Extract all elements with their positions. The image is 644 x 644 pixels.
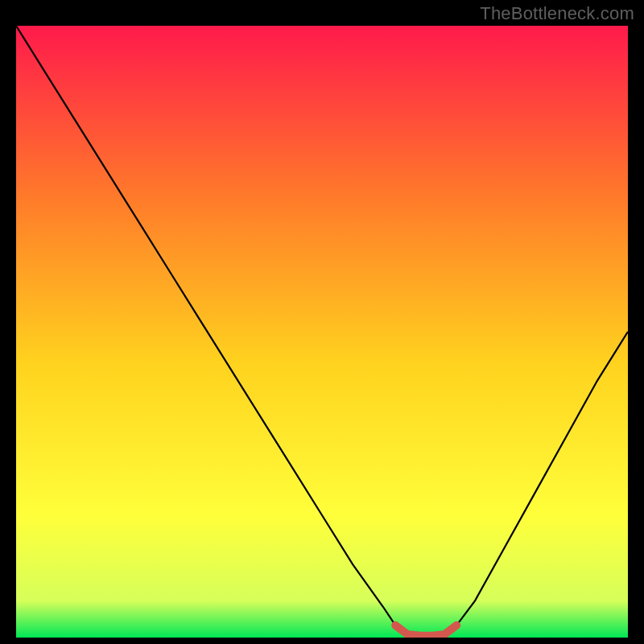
- plot-area: [16, 26, 628, 638]
- gradient-background: [16, 26, 628, 638]
- attribution-label: TheBottleneck.com: [480, 3, 634, 24]
- chart-svg: [16, 26, 628, 638]
- chart-frame: TheBottleneck.com: [0, 0, 644, 644]
